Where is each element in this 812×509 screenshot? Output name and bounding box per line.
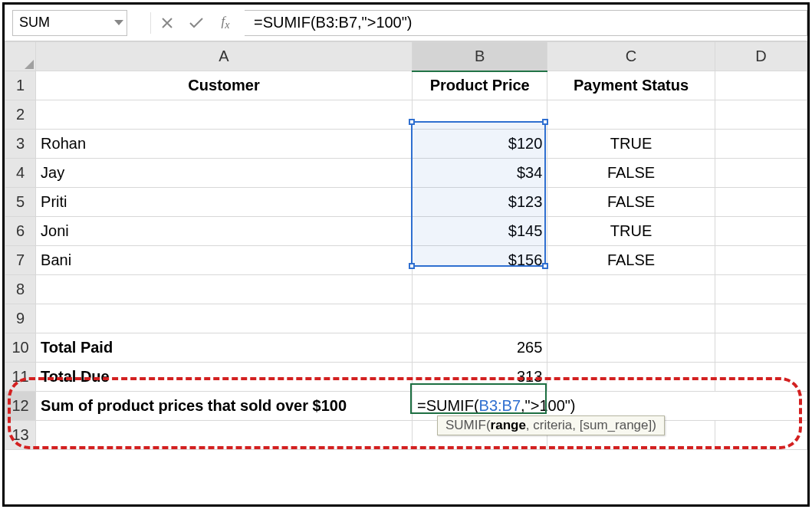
cell[interactable] (413, 304, 547, 333)
cell[interactable] (715, 246, 807, 275)
cell-price[interactable]: $120 (413, 130, 547, 159)
cell[interactable] (715, 100, 807, 130)
row-header[interactable]: 10 (5, 333, 36, 363)
name-box-dropdown-icon[interactable] (114, 15, 123, 31)
cell-status[interactable]: FALSE (547, 246, 715, 275)
confirm-formula-button[interactable] (182, 10, 211, 36)
row-header[interactable]: 8 (5, 275, 36, 304)
cell-customer[interactable]: Bani (36, 246, 413, 275)
formula-input-text: =SUMIF(B3:B7,">100") (254, 14, 413, 31)
spreadsheet-grid[interactable]: A B C D 1 Customer Product Price Payment… (5, 41, 807, 450)
tooltip-rest: , criteria, [sum_range]) (526, 418, 656, 432)
cell[interactable] (715, 304, 807, 333)
row-header[interactable]: 12 (5, 392, 36, 421)
divider (150, 12, 151, 34)
cell[interactable] (547, 333, 715, 363)
cell[interactable] (547, 275, 715, 304)
cell[interactable] (547, 304, 715, 333)
cell-price[interactable]: $156 (413, 246, 547, 275)
cell-customer[interactable]: Priti (36, 188, 413, 217)
cell[interactable] (715, 217, 807, 246)
cell[interactable] (413, 100, 547, 130)
col-header-A[interactable]: A (36, 42, 413, 71)
header-customer[interactable]: Customer (36, 71, 413, 100)
total-due-label[interactable]: Total Due (36, 363, 413, 392)
formula-bar: SUM fx =SUMIF(B3:B7,">100") (5, 5, 807, 41)
row-header[interactable]: 13 (5, 421, 36, 450)
row-header[interactable]: 3 (5, 130, 36, 159)
cell[interactable] (715, 71, 807, 100)
cell-status[interactable]: FALSE (547, 159, 715, 188)
formula-input[interactable]: =SUMIF(B3:B7,">100") (245, 10, 807, 36)
cell[interactable] (715, 275, 807, 304)
cell-customer[interactable]: Joni (36, 217, 413, 246)
cell[interactable] (36, 100, 413, 130)
col-header-B[interactable]: B (413, 42, 547, 71)
name-box[interactable]: SUM (12, 10, 127, 36)
insert-function-button[interactable]: fx (211, 10, 240, 36)
cell[interactable] (715, 363, 807, 392)
header-status[interactable]: Payment Status (547, 71, 715, 100)
svg-marker-0 (114, 19, 123, 25)
total-paid-value[interactable]: 265 (413, 333, 547, 363)
total-due-value[interactable]: 313 (413, 363, 547, 392)
row-header[interactable]: 2 (5, 100, 36, 130)
cell[interactable] (36, 275, 413, 304)
formula-prefix: =SUMIF( (417, 397, 479, 414)
function-args-tooltip: SUMIF(range, criteria, [sum_range]) (437, 415, 665, 435)
row-header[interactable]: 9 (5, 304, 36, 333)
formula-suffix: ,">100") (521, 397, 575, 414)
cell[interactable] (547, 363, 715, 392)
cell[interactable] (715, 130, 807, 159)
cell[interactable] (413, 275, 547, 304)
cell[interactable] (36, 421, 413, 450)
cancel-formula-button[interactable] (153, 10, 182, 36)
row-header[interactable]: 4 (5, 159, 36, 188)
row-header[interactable]: 6 (5, 217, 36, 246)
cell[interactable] (547, 100, 715, 130)
cell[interactable] (715, 333, 807, 363)
tooltip-fn: SUMIF (445, 418, 486, 432)
cell[interactable] (715, 421, 807, 450)
cell[interactable] (36, 304, 413, 333)
header-price[interactable]: Product Price (413, 71, 547, 100)
cell-price[interactable]: $123 (413, 188, 547, 217)
col-header-C[interactable]: C (547, 42, 715, 71)
cell-status[interactable]: TRUE (547, 217, 715, 246)
cell-price[interactable]: $34 (413, 159, 547, 188)
row-header[interactable]: 1 (5, 71, 36, 100)
over100-label[interactable]: Sum of product prices that sold over $10… (36, 392, 413, 421)
select-all-corner[interactable] (5, 42, 36, 71)
row-header[interactable]: 7 (5, 246, 36, 275)
row-header[interactable]: 11 (5, 363, 36, 392)
name-box-value: SUM (19, 15, 50, 31)
col-header-D[interactable]: D (715, 42, 807, 71)
formula-range-ref: B3:B7 (479, 397, 521, 414)
tooltip-arg1: range (491, 418, 526, 432)
cell-status[interactable]: FALSE (547, 188, 715, 217)
cell-status[interactable]: TRUE (547, 130, 715, 159)
cell-customer[interactable]: Jay (36, 159, 413, 188)
cell-price[interactable]: $145 (413, 217, 547, 246)
total-paid-label[interactable]: Total Paid (36, 333, 413, 363)
cell-customer[interactable]: Rohan (36, 130, 413, 159)
cell[interactable] (715, 159, 807, 188)
row-header[interactable]: 5 (5, 188, 36, 217)
cell[interactable] (715, 188, 807, 217)
